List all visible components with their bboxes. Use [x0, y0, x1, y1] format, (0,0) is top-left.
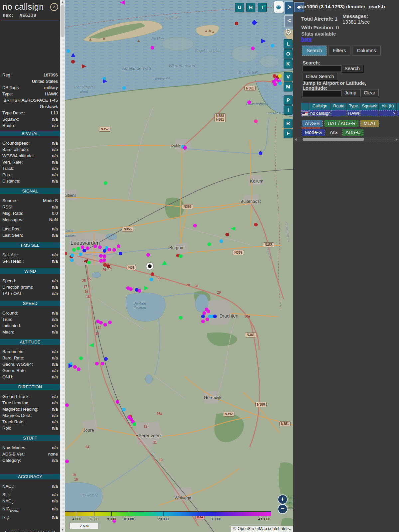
marker-dot[interactable]	[119, 252, 122, 255]
marker-dot[interactable]	[79, 252, 82, 256]
zoom-in-button[interactable]: +	[278, 494, 288, 504]
badge-ads-b[interactable]: ADS-B	[302, 120, 323, 127]
table-header-altft[interactable]: Alt. (ft)	[379, 103, 396, 110]
marker-dot[interactable]	[129, 287, 133, 291]
table-header-route[interactable]: Route	[331, 103, 346, 110]
map-button-r[interactable]: R	[284, 119, 293, 128]
table-header-type[interactable]: Type	[347, 103, 360, 110]
table-cell[interactable]: no callsign	[309, 110, 331, 116]
marker-dot[interactable]	[82, 249, 86, 252]
stats-link[interactable]: here	[301, 36, 312, 42]
marker-dot[interactable]	[95, 362, 99, 365]
marker-dot[interactable]	[99, 321, 103, 325]
marker-dot[interactable]	[271, 44, 274, 48]
tab-columns[interactable]: Columns	[352, 46, 380, 56]
marker-dot[interactable]	[107, 248, 111, 251]
map-button-f[interactable]: F	[284, 129, 293, 138]
marker-dot[interactable]	[104, 181, 107, 185]
map-button-m[interactable]: M	[284, 82, 293, 91]
marker-dot[interactable]	[103, 254, 106, 258]
search-input[interactable]	[303, 66, 341, 71]
marker-dot[interactable]	[273, 82, 277, 86]
table-horizontal-scrollbar[interactable]	[293, 137, 399, 142]
map-button-t[interactable]: T	[258, 3, 267, 12]
marker-dot[interactable]	[235, 22, 238, 25]
marker-dot[interactable]	[76, 247, 80, 250]
marker-dot[interactable]	[213, 315, 217, 318]
marker-dot[interactable]	[254, 223, 258, 226]
marker-dot[interactable]	[99, 259, 103, 263]
marker-dot[interactable]	[79, 356, 83, 360]
marker-dot[interactable]	[259, 151, 262, 155]
marker-dot[interactable]	[138, 289, 141, 293]
map-button-i[interactable]: I	[284, 105, 293, 115]
marker-dot[interactable]	[117, 244, 120, 248]
table-cell[interactable]: ?	[379, 110, 396, 116]
map-button-h[interactable]: H	[246, 3, 255, 12]
marker-dot[interactable]	[122, 86, 126, 90]
marker-dot[interactable]	[122, 408, 126, 411]
badge-ais[interactable]: AIS	[327, 129, 340, 136]
badge-uat-ads-r[interactable]: UAT / ADS-R	[325, 120, 358, 127]
collapse-panel-button[interactable]: <	[284, 15, 293, 27]
marker-dot[interactable]	[87, 261, 91, 264]
flag-cell[interactable]	[301, 110, 309, 116]
marker-dot[interactable]	[151, 272, 154, 276]
marker-dot[interactable]	[133, 422, 136, 426]
marker-dot[interactable]	[73, 365, 77, 369]
marker-dot[interactable]	[225, 233, 229, 236]
clear-search-button[interactable]: Clear Search	[303, 73, 337, 80]
badge-mode-s[interactable]: Mode-S	[302, 129, 325, 136]
marker-dot[interactable]	[247, 100, 251, 104]
marker-dot[interactable]	[150, 278, 153, 281]
marker-dot[interactable]	[101, 362, 104, 365]
scroll-down-icon[interactable]	[61, 529, 64, 531]
table-cell[interactable]	[360, 110, 378, 116]
marker-dot[interactable]	[202, 311, 206, 315]
marker-dot[interactable]	[93, 244, 97, 248]
map-button-p[interactable]: P	[284, 95, 293, 105]
marker-dot[interactable]	[103, 249, 106, 253]
marker-dot[interactable]	[116, 400, 119, 404]
marker-dot[interactable]	[201, 315, 205, 318]
table-header-s[interactable]: S	[397, 103, 399, 110]
table-cell[interactable]: HAWK	[347, 110, 360, 116]
marker-dot[interactable]	[70, 258, 74, 262]
zoom-out-button[interactable]: −	[278, 504, 288, 514]
tab-filters[interactable]: Filters	[328, 46, 350, 56]
marker-dot[interactable]	[193, 224, 197, 227]
marker-dot[interactable]	[65, 252, 67, 255]
marker-dot[interactable]	[106, 264, 110, 268]
marker-dot[interactable]	[99, 254, 103, 258]
badge-ads-c[interactable]: ADS-C	[342, 129, 363, 136]
gear-icon[interactable]: ⚙	[284, 27, 293, 37]
marker-dot[interactable]	[278, 81, 282, 85]
tar1090-link[interactable]: tar1090	[300, 4, 318, 9]
layers-button[interactable]	[274, 1, 284, 13]
marker-dot[interactable]	[219, 239, 223, 243]
marker-dot[interactable]	[98, 245, 102, 249]
scrollbar-thumb[interactable]	[303, 138, 364, 141]
sidebar-scrollbar[interactable]	[60, 0, 65, 532]
marker-dot[interactable]	[205, 318, 209, 321]
map-button-l[interactable]: L	[284, 39, 293, 49]
marker-dot[interactable]	[179, 316, 183, 320]
marker-dot[interactable]	[104, 357, 108, 361]
selected-aircraft-marker[interactable]	[146, 263, 153, 270]
close-icon[interactable]: ×	[50, 3, 58, 11]
scrollbar-thumb[interactable]	[61, 5, 65, 37]
table-header-squawk[interactable]: Squawk	[360, 103, 378, 110]
table-cell[interactable]	[397, 110, 399, 116]
map-button-k[interactable]: K	[284, 59, 293, 68]
table-cell[interactable]	[331, 110, 346, 116]
decoder-link[interactable]: readsb	[368, 4, 385, 9]
marker-dot[interactable]	[207, 242, 211, 246]
tab-search[interactable]: Search	[302, 46, 327, 56]
marker-dot[interactable]	[72, 248, 76, 252]
registration-link[interactable]: 167096	[44, 72, 58, 78]
marker-dot[interactable]	[102, 258, 106, 262]
table-header-callsign[interactable]: Callsign	[309, 103, 331, 110]
callsign-link[interactable]: no callsign	[310, 111, 331, 116]
marker-dot[interactable]	[278, 74, 282, 78]
map-canvas[interactable]: DokkumKollumBuitenpostStiensLeeuwardenBu…	[65, 0, 293, 532]
